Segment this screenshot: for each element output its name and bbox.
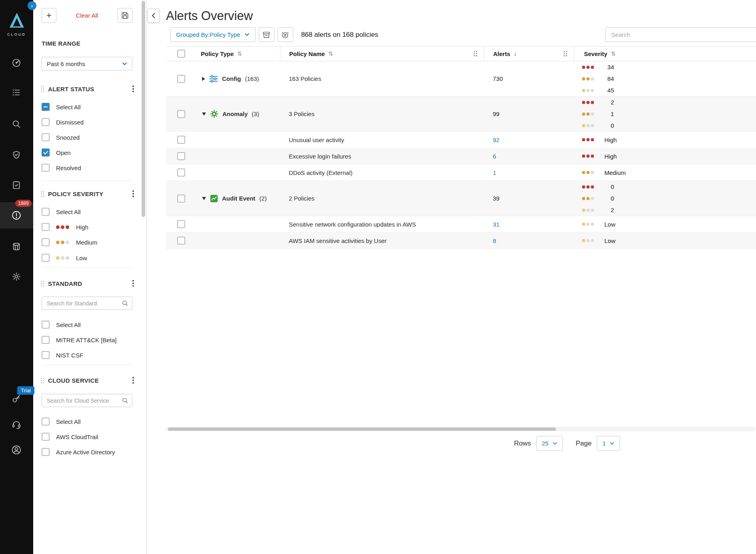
page-dropdown[interactable]: 1 [597,436,620,451]
nav-inventory[interactable] [7,83,26,102]
checkbox[interactable] [42,448,50,456]
nav-compliance[interactable] [7,145,26,165]
filter-option-open[interactable]: Open [42,147,136,159]
drag-handle-icon[interactable] [41,86,44,92]
rows-per-page-dropdown[interactable]: 25 [536,436,563,451]
alerts-cell: 92 [484,132,574,148]
policy-row: DDoS activity (External)1Medium [166,165,756,181]
checkbox[interactable] [42,351,50,359]
drag-handle-icon[interactable] [41,191,44,197]
expand-caret-icon[interactable] [202,112,206,116]
snooze-alerts-button[interactable] [278,27,293,42]
nav-compute[interactable] [7,237,26,256]
checkbox[interactable] [42,336,50,344]
filter-option-medium[interactable]: Medium [42,236,136,248]
nav-expand-toggle[interactable]: › [28,1,36,10]
cloud-service-search-input[interactable] [42,394,132,407]
group-row: Config(163)163 Policies730348445 [166,61,756,96]
filter-option-resolved[interactable]: Resolved [42,162,136,174]
filter-option-dismissed[interactable]: Dismissed [42,116,136,128]
checkbox[interactable] [42,118,50,126]
section-menu-button[interactable] [131,189,136,198]
row-checkbox[interactable] [177,195,185,203]
row-checkbox[interactable] [177,220,185,228]
horizontal-scrollbar-thumb[interactable] [168,428,556,431]
dismiss-alerts-button[interactable] [259,27,274,42]
section-menu-button[interactable] [131,376,136,385]
checkbox[interactable] [42,149,50,157]
sort-icon[interactable]: ⇅ [237,50,242,57]
nav-dashboard[interactable] [7,53,26,72]
alerts-count-link[interactable]: 92 [493,136,500,143]
sidebar-scrollbar[interactable] [142,1,145,217]
app-logo[interactable]: CLOUD [0,11,33,36]
grouped-by-dropdown[interactable]: Grouped By:Policy Type [170,27,256,42]
standard-search-input[interactable] [42,297,132,310]
filter-option-snoozed[interactable]: Snoozed [42,131,136,143]
alerts-count-link[interactable]: 8 [493,237,496,244]
filter-option-nist[interactable]: NIST CSF [42,349,136,361]
checkbox[interactable] [42,208,50,216]
drag-handle-icon[interactable] [41,377,44,383]
column-drag-icon[interactable] [473,50,478,57]
section-menu-button[interactable] [131,279,136,288]
clipboard-check-icon [12,180,21,190]
row-checkbox[interactable] [177,75,185,83]
row-checkbox[interactable] [177,169,185,177]
nav-settings[interactable] [7,267,26,286]
filter-option-select-all[interactable]: Select All [42,416,136,428]
checkbox[interactable] [42,133,50,141]
alerts-count-link[interactable]: 6 [493,153,496,160]
filter-option-select-all[interactable]: Select All [42,101,136,113]
horizontal-scrollbar-track[interactable] [166,427,755,431]
checkbox[interactable] [42,254,50,262]
checkbox[interactable] [42,238,50,246]
nav-profile[interactable] [7,440,26,460]
row-checkbox[interactable] [177,110,185,118]
clear-all-button[interactable]: Clear All [76,12,98,19]
checkbox[interactable] [42,223,50,231]
filter-option-high[interactable]: High [42,221,136,233]
nav-investigate[interactable] [7,114,26,134]
nav-support[interactable] [7,415,26,434]
filter-option-low[interactable]: Low [42,252,136,264]
nav-governance[interactable] [7,175,26,195]
drag-handle-icon[interactable] [41,281,44,287]
checkbox[interactable] [42,321,50,329]
filter-option-select-all[interactable]: Select All [42,319,136,331]
select-all-checkbox[interactable] [177,50,185,58]
nav-alerts[interactable] [7,206,26,225]
filter-option-azure-ad[interactable]: Azure Active Directory [42,446,136,458]
checkbox[interactable] [42,418,50,426]
checkbox[interactable] [42,164,50,172]
chevron-left-icon [152,13,155,18]
filter-option-aws-cloudtrail[interactable]: AWS CloudTrail [42,431,136,443]
sort-icon[interactable]: ⇅ [328,50,333,57]
policy-row: Excessive login failures6High [166,148,756,165]
add-filter-button[interactable]: + [42,8,56,23]
policies-summary: 2 Policies [289,195,314,202]
collapse-filters-button[interactable] [147,8,160,23]
sort-icon[interactable]: ⇅ [611,50,616,57]
main-content: Alerts Overview Grouped By:Policy Type 8… [147,0,756,554]
row-checkbox[interactable] [177,136,185,144]
filter-option-label: High [76,224,88,231]
checkbox[interactable] [42,433,50,441]
column-drag-icon[interactable] [563,50,568,57]
filter-option-mitre[interactable]: MITRE ATT&CK [Beta] [42,334,136,346]
alerts-search-input[interactable] [605,27,756,42]
expand-caret-icon[interactable] [202,197,206,200]
alerts-count-link[interactable]: 1 [493,169,496,176]
row-checkbox[interactable] [177,152,185,160]
save-filter-button[interactable] [118,8,132,23]
row-checkbox[interactable] [177,237,185,245]
checkbox[interactable] [42,103,50,111]
alerts-count-link[interactable]: 31 [493,221,500,228]
section-menu-button[interactable] [131,84,136,93]
filter-option-select-all[interactable]: Select All [42,206,136,218]
expand-caret-icon[interactable] [202,77,205,81]
severity-line-high: 34 [582,61,614,73]
severity-dot [582,112,585,116]
sort-desc-icon[interactable]: ↓ [514,50,517,57]
time-range-dropdown[interactable]: Past 6 months [42,57,132,70]
